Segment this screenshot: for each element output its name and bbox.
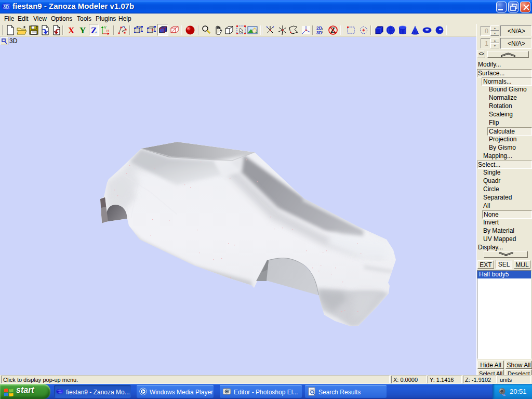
svg-text:Z: Z <box>91 25 97 35</box>
svg-text:3D: 3D <box>316 30 322 35</box>
svg-text:X: X <box>68 25 75 35</box>
svg-text:V: V <box>104 25 107 29</box>
svg-text:H: H <box>107 29 109 33</box>
svg-text:3D: 3D <box>3 4 9 9</box>
svg-text:Y: Y <box>79 25 86 35</box>
